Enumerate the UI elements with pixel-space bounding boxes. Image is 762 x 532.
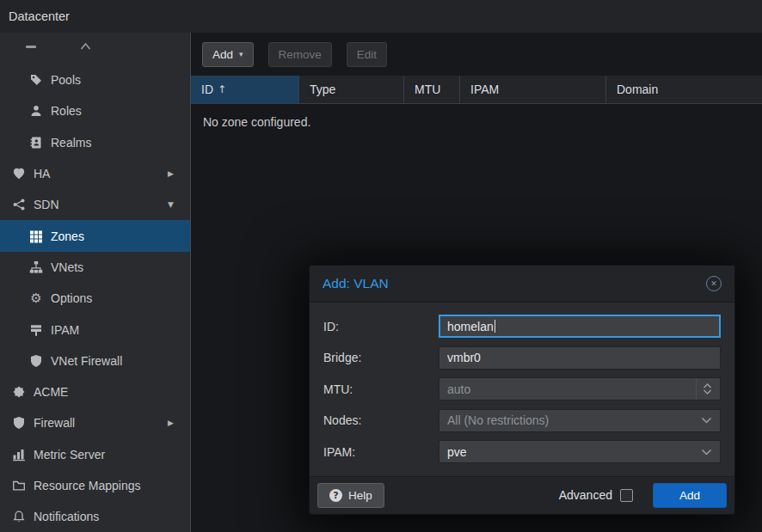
dialog-form: ID: homelan Bridge: vmbr0 MTU: auto bbox=[310, 303, 734, 476]
remove-button[interactable]: Remove bbox=[268, 42, 332, 67]
remove-button-label: Remove bbox=[279, 48, 322, 61]
help-button-label: Help bbox=[348, 489, 372, 502]
form-row-nodes: Nodes: All (No restrictions) bbox=[323, 409, 721, 432]
certificate-icon bbox=[12, 385, 26, 399]
chevron-down-icon bbox=[701, 417, 712, 424]
edit-button[interactable]: Edit bbox=[347, 42, 387, 67]
sidebar-item-resource-mappings[interactable]: Resource Mappings bbox=[0, 470, 190, 501]
add-button-label: Add bbox=[212, 48, 233, 61]
dialog-add-button[interactable]: Add bbox=[653, 483, 727, 508]
sidebar-item-label: HA bbox=[34, 167, 50, 180]
sidebar-item-label: Realms bbox=[51, 136, 91, 150]
help-button[interactable]: ? Help bbox=[317, 483, 384, 508]
form-row-ipam: IPAM: pve bbox=[323, 440, 721, 463]
sidebar-item-zones[interactable]: Zones bbox=[0, 220, 190, 251]
mtu-spinner[interactable]: auto bbox=[439, 377, 721, 401]
form-row-mtu: MTU: auto bbox=[323, 377, 721, 401]
sidebar-item-label: Resource Mappings bbox=[34, 479, 141, 492]
column-label: MTU bbox=[415, 83, 440, 96]
sidebar-item-vnet-firewall[interactable]: VNet Firewall bbox=[0, 345, 190, 376]
close-icon[interactable]: ✕ bbox=[706, 276, 722, 291]
sidebar-item-options[interactable]: ⚙ Options bbox=[0, 283, 190, 314]
sidebar-item-roles[interactable]: Roles bbox=[0, 95, 190, 126]
network-icon bbox=[12, 198, 26, 211]
address-book-icon bbox=[29, 136, 43, 150]
advanced-checkbox[interactable] bbox=[620, 489, 633, 502]
spinner-up-icon[interactable] bbox=[703, 383, 712, 388]
add-button[interactable]: Add ▾ bbox=[202, 42, 254, 67]
bridge-input-value: vmbr0 bbox=[447, 351, 481, 364]
sidebar-item-label: Firewall bbox=[34, 416, 75, 430]
edit-button-label: Edit bbox=[357, 48, 377, 61]
mtu-field-label: MTU: bbox=[323, 382, 439, 396]
column-header-type[interactable]: Type bbox=[299, 76, 404, 103]
column-label: ID bbox=[201, 83, 213, 96]
sidebar-item-label: Zones bbox=[51, 229, 84, 243]
zones-toolbar: Add ▾ Remove Edit bbox=[191, 33, 762, 76]
page-title: Datacenter bbox=[9, 9, 70, 23]
table-header: ID ↑ Type MTU IPAM Domain bbox=[191, 76, 762, 104]
text-cursor bbox=[495, 320, 496, 333]
advanced-label: Advanced bbox=[559, 488, 612, 502]
clipped-icon-fragment bbox=[26, 46, 36, 48]
folder-icon bbox=[12, 479, 26, 492]
sidebar-item-label: IPAM bbox=[51, 323, 79, 337]
close-x-glyph: ✕ bbox=[710, 279, 717, 288]
ipam-select-value: pve bbox=[447, 445, 467, 459]
clipped-arrow-fragment bbox=[80, 38, 91, 53]
sidebar-item-realms[interactable]: Realms bbox=[0, 127, 190, 158]
chevron-down-icon: ▼ bbox=[168, 200, 181, 209]
sidebar-item-label: SDN bbox=[34, 198, 59, 211]
shield-icon bbox=[29, 354, 43, 368]
id-field-label: ID: bbox=[323, 320, 439, 333]
mtu-input-value: auto bbox=[447, 382, 470, 396]
id-input-value: homelan bbox=[447, 320, 494, 333]
nodes-select[interactable]: All (No restrictions) bbox=[439, 409, 721, 432]
dialog-footer: ? Help Advanced Add bbox=[310, 476, 734, 514]
sidebar-item-label: VNets bbox=[51, 260, 83, 274]
sidebar-item-pools[interactable]: Pools bbox=[0, 64, 190, 95]
sidebar-item-ha[interactable]: HA ▶ bbox=[0, 158, 190, 189]
nodes-select-value: All (No restrictions) bbox=[447, 413, 549, 427]
dialog-add-button-label: Add bbox=[679, 489, 700, 502]
sidebar-item-label: Pools bbox=[51, 73, 81, 87]
sidebar-item-sdn[interactable]: SDN ▼ bbox=[0, 189, 190, 220]
user-icon bbox=[29, 104, 43, 118]
sitemap-icon bbox=[29, 260, 43, 274]
top-bar: Datacenter bbox=[0, 0, 762, 33]
resource-tree-sidebar: Pools Roles Realms HA ▶ SDN bbox=[0, 33, 191, 532]
bar-chart-icon bbox=[12, 448, 26, 462]
sidebar-item-notifications[interactable]: Notifications bbox=[0, 501, 190, 532]
id-input[interactable]: homelan bbox=[439, 315, 721, 338]
ipam-select[interactable]: pve bbox=[439, 440, 721, 463]
column-header-domain[interactable]: Domain bbox=[606, 76, 762, 103]
sidebar-item-metric-server[interactable]: Metric Server bbox=[0, 439, 190, 470]
bridge-field-label: Bridge: bbox=[323, 351, 439, 364]
spinner-controls bbox=[696, 378, 712, 400]
sidebar-item-clipped[interactable] bbox=[0, 33, 190, 64]
map-signs-icon bbox=[29, 323, 43, 337]
spinner-down-icon[interactable] bbox=[703, 389, 712, 394]
column-header-id[interactable]: ID ↑ bbox=[191, 76, 299, 103]
sidebar-item-acme[interactable]: ACME bbox=[0, 376, 190, 407]
column-header-ipam[interactable]: IPAM bbox=[460, 76, 606, 103]
heartbeat-icon bbox=[12, 167, 26, 180]
sidebar-item-label: Metric Server bbox=[34, 448, 105, 462]
add-vlan-dialog: Add: VLAN ✕ ID: homelan Bridge: vmbr0 MT… bbox=[309, 265, 735, 515]
sidebar-item-label: Roles bbox=[51, 104, 82, 118]
chevron-right-icon: ▶ bbox=[168, 169, 181, 178]
bridge-input[interactable]: vmbr0 bbox=[439, 346, 721, 370]
form-row-bridge: Bridge: vmbr0 bbox=[323, 346, 721, 370]
dialog-title: Add: VLAN bbox=[323, 276, 389, 291]
column-label: IPAM bbox=[470, 83, 499, 96]
dialog-titlebar[interactable]: Add: VLAN ✕ bbox=[310, 266, 734, 303]
sidebar-item-ipam[interactable]: IPAM bbox=[0, 314, 190, 345]
sidebar-item-label: ACME bbox=[34, 385, 68, 399]
column-label: Type bbox=[310, 83, 335, 96]
sidebar-item-vnets[interactable]: VNets bbox=[0, 252, 190, 283]
bell-icon bbox=[12, 510, 26, 523]
chevron-down-icon bbox=[701, 449, 712, 456]
column-header-mtu[interactable]: MTU bbox=[404, 76, 460, 103]
ipam-field-label: IPAM: bbox=[323, 445, 439, 459]
sidebar-item-firewall[interactable]: Firewall ▶ bbox=[0, 407, 190, 438]
